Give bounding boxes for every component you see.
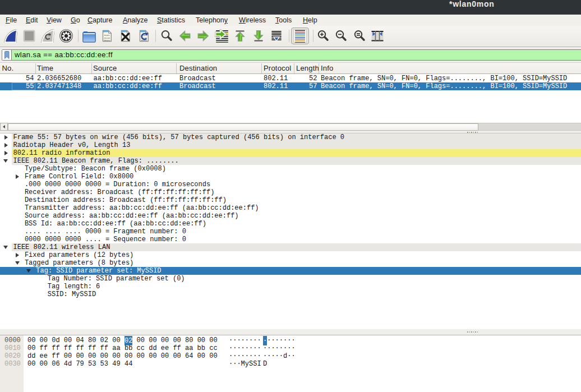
svg-text:0111: 0111 bbox=[104, 39, 110, 41]
